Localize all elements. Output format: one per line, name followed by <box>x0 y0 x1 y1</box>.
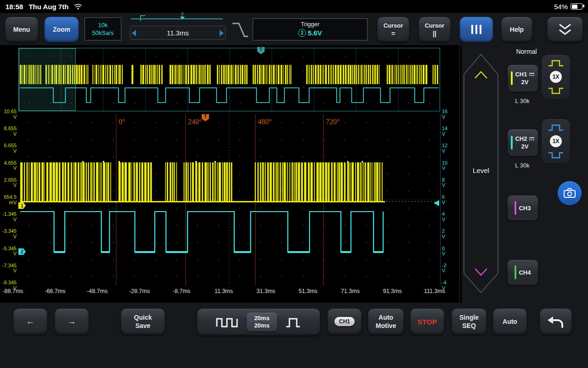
ch3-button[interactable]: CH3 <box>507 195 538 221</box>
main-waveforms <box>18 114 440 285</box>
h-trigger-marker[interactable]: 2 <box>180 12 185 19</box>
cursor-horizontal-button[interactable]: Cursor = <box>377 17 410 42</box>
time-axis-label: 91.3ms <box>383 288 402 294</box>
ch2-pulse-panel[interactable]: 1X <box>541 119 571 164</box>
ch2-probe-label: 1X <box>553 138 560 144</box>
screenshot-button[interactable] <box>558 181 582 205</box>
trigger-level-value: 5.6V <box>308 29 322 37</box>
left-axis-label: 654.5mV <box>0 195 17 205</box>
time-axis-label: -28.7ms <box>129 288 150 294</box>
battery-percent: 54% <box>554 3 568 11</box>
ch2-name: CH2 <box>515 135 527 143</box>
scroll-right-icon[interactable] <box>220 30 224 36</box>
left-axis-label: 6.655V <box>0 143 17 154</box>
level-down-icon[interactable] <box>475 269 487 275</box>
ch1-probe-ratio[interactable]: 1X <box>550 71 562 83</box>
ch1-button[interactable]: CH1 2V <box>507 64 538 92</box>
bars-icon <box>471 25 481 34</box>
camera-icon <box>563 188 576 199</box>
battery-fill <box>572 5 578 9</box>
ch4-name: CH4 <box>519 269 531 276</box>
oscilloscope-app: 18:58 Thu Aug 7th 54% Menu Zoom 10k 50kS… <box>0 0 588 368</box>
multi-pulse-icon[interactable] <box>215 315 239 329</box>
timebase-display[interactable]: 20ms 20ms <box>247 313 277 331</box>
trigger-source-button[interactable]: CH1 <box>327 308 362 335</box>
help-button[interactable]: Help <box>501 17 533 42</box>
pulse-negative-icon[interactable] <box>547 86 565 95</box>
ch3-name: CH3 <box>519 205 531 212</box>
ch1-name: CH1 <box>515 70 527 78</box>
ch2-color-bar <box>511 136 513 150</box>
left-axis-label: -1.345V <box>0 212 17 222</box>
pan-right-button[interactable]: → <box>54 308 89 335</box>
quick-save-button[interactable]: Quick Save <box>120 308 165 335</box>
time-axis-label: 51.3ms <box>299 288 317 294</box>
ch4-button[interactable]: CH4 <box>507 259 538 285</box>
collapse-toolbar-button[interactable] <box>547 17 583 42</box>
battery-icon <box>571 3 582 10</box>
ch1-memory-depth: L 30k <box>507 98 537 104</box>
ch1-pulse-panel[interactable]: 1X <box>541 54 571 99</box>
sample-rate: 50kSa/s <box>92 29 114 36</box>
acquisition-mode-label: Normal <box>508 48 545 55</box>
h-window-bracket-icon <box>140 15 145 21</box>
scroll-left-icon[interactable] <box>132 30 136 36</box>
auto-button[interactable]: Auto <box>492 308 527 335</box>
ch1-pill: CH1 <box>334 317 355 326</box>
single-seq-line2: SEQ <box>462 322 476 329</box>
dc-coupling-icon <box>529 72 535 76</box>
cursor-vertical-button[interactable]: Cursor || <box>418 17 451 42</box>
trigger-slope-icon[interactable] <box>230 19 251 40</box>
time-axis-label: 31.3ms <box>256 288 275 294</box>
sample-rate-display[interactable]: 10k 50kSa/s <box>85 17 121 40</box>
pan-left-button[interactable]: ← <box>13 308 48 335</box>
time-axis-label: -8.7ms <box>173 288 190 294</box>
trigger-title: Trigger <box>301 21 320 28</box>
time-axis-label: -88.7ms <box>2 288 23 294</box>
ch3-color-bar <box>514 201 516 215</box>
zoom-overview-strip[interactable] <box>18 48 440 111</box>
cursor-h-glyph: = <box>391 30 395 37</box>
pulse-negative-icon[interactable] <box>547 151 565 159</box>
ch1-tag-number: 1 <box>21 203 23 208</box>
run-stop-button[interactable]: STOP <box>410 308 445 335</box>
sample-points: 10k <box>98 22 108 29</box>
trigger-info-box[interactable]: Trigger 2 5.6V <box>253 18 368 40</box>
ch2-tag-number: 2 <box>21 249 23 254</box>
ch2-probe-ratio[interactable]: 1X <box>550 135 562 147</box>
menu-button[interactable]: Menu <box>5 17 39 42</box>
single-seq-button[interactable]: Single SEQ <box>451 308 487 335</box>
time-axis-label: -48.7ms <box>87 288 107 294</box>
pulse-positive-icon[interactable] <box>547 59 565 67</box>
single-pulse-icon[interactable] <box>284 315 302 329</box>
double-chevron-down-icon <box>556 23 574 36</box>
ch2-button[interactable]: CH2 2V <box>507 129 538 156</box>
pulse-positive-icon[interactable] <box>547 123 565 132</box>
return-arrow-icon <box>546 314 566 329</box>
status-bar: 18:58 Thu Aug 7th 54% <box>0 0 588 13</box>
back-button[interactable] <box>539 308 572 335</box>
ch1-scale: 2V <box>515 78 534 86</box>
h-position-box[interactable]: 11.3ms <box>130 26 226 40</box>
ch2-memory-depth: L 30k <box>507 162 537 169</box>
ch1-probe-label: 1X <box>553 74 560 80</box>
left-axis-label: -7.345V <box>0 263 17 274</box>
menu-label: Menu <box>13 26 30 33</box>
h-trigger-channel: 2 <box>180 12 185 16</box>
zoom-button[interactable]: Zoom <box>44 17 79 42</box>
wifi-icon <box>74 4 82 10</box>
level-label: Level <box>463 167 499 174</box>
phase-label-720: 720° <box>326 118 339 126</box>
left-axis-label: 8.655V <box>0 126 17 137</box>
main-graticule <box>18 114 441 285</box>
phase-label-240: 240° <box>188 118 202 126</box>
auto-motive-button[interactable]: Auto Motive <box>368 308 404 335</box>
side-menu-button[interactable] <box>459 17 493 42</box>
level-up-icon[interactable] <box>475 72 487 78</box>
auto-label: Auto <box>503 318 517 325</box>
cursor-h-label: Cursor <box>384 22 403 29</box>
timebase-group: 20ms 20ms <box>197 308 321 336</box>
cursor-v-glyph: || <box>433 30 436 37</box>
help-label: Help <box>510 26 524 33</box>
trigger-channel-badge: 2 <box>298 29 306 37</box>
